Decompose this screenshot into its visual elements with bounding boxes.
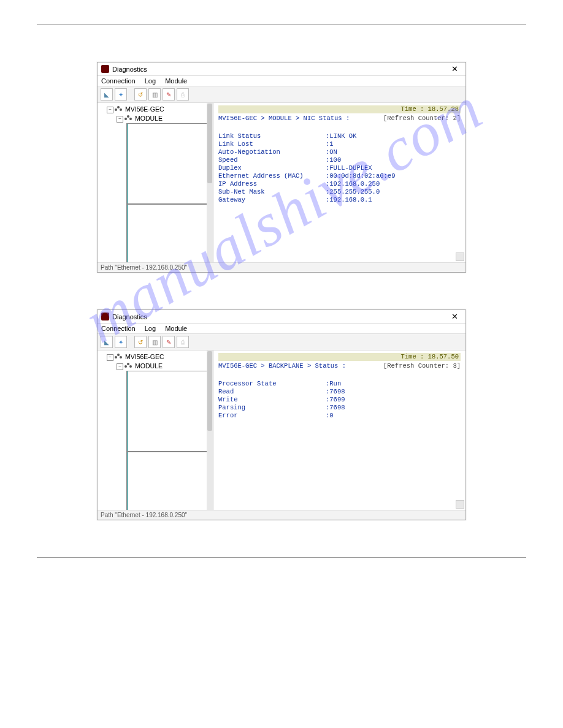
toolbar-btn-4[interactable]: ▥: [148, 88, 161, 100]
toolbar-btn-6[interactable]: ⎙: [177, 336, 189, 348]
toolbar: ◣ ✦ ↺ ▥ ✎ ⎙: [98, 333, 465, 351]
toolbar-btn-6[interactable]: ⎙: [177, 88, 189, 100]
kv-label: Gateway: [218, 196, 326, 204]
kv-label: Link Lost: [218, 140, 326, 148]
expander-icon[interactable]: −: [107, 354, 113, 361]
kv-label: Ethernet Address (MAC): [218, 172, 326, 180]
menu-module[interactable]: Module: [165, 325, 187, 332]
node-icon: [124, 363, 133, 370]
kv-value: 7699: [326, 396, 345, 404]
kv-value: 00:0d:8d:02:a6:e9: [326, 172, 395, 180]
window-title: Diagnostics: [112, 66, 147, 73]
toolbar-btn-5[interactable]: ✎: [163, 88, 175, 100]
toolbar-btn-3[interactable]: ↺: [134, 88, 147, 100]
node-icon: [115, 354, 123, 360]
node-icon: [115, 107, 123, 113]
tree-scrollbar[interactable]: [207, 103, 213, 262]
app-icon: [101, 65, 109, 73]
kv-label: Write: [218, 396, 326, 404]
toolbar-btn-2[interactable]: ✦: [115, 88, 127, 100]
refresh-counter: [Refresh Counter: 3]: [383, 362, 461, 376]
scroll-corner[interactable]: [456, 500, 464, 509]
tree-panel[interactable]: −MVI56E-GEC −MODULE Version Config NIC S…: [98, 351, 213, 510]
kv-label: Speed: [218, 156, 326, 164]
menu-connection[interactable]: Connection: [101, 77, 136, 85]
kv-value: LINK OK: [326, 132, 356, 140]
close-icon[interactable]: ✕: [448, 64, 462, 74]
toolbar-btn-1[interactable]: ◣: [101, 336, 113, 348]
time-display: Time : 18.57.28: [218, 105, 461, 113]
titlebar[interactable]: Diagnostics ✕: [98, 310, 465, 324]
breadcrumb: MVI56E-GEC > MODULE > NIC Status :: [218, 115, 383, 123]
toolbar-btn-3[interactable]: ↺: [134, 336, 147, 348]
tree-root[interactable]: MVI56E-GEC: [125, 353, 164, 360]
menu-log[interactable]: Log: [145, 325, 156, 332]
kv-label: Parsing: [218, 404, 326, 412]
time-display: Time : 18.57.50: [218, 353, 461, 361]
page-icon: [126, 371, 209, 452]
kv-label: Link Status: [218, 132, 326, 140]
node-icon: [124, 116, 133, 122]
toolbar-btn-2[interactable]: ✦: [115, 336, 127, 348]
expander-icon[interactable]: −: [107, 107, 113, 113]
menubar: Connection Log Module: [98, 324, 465, 333]
menubar: Connection Log Module: [98, 76, 465, 86]
kv-label: Error: [218, 412, 326, 420]
kv-value: 192.168.0.250: [326, 180, 380, 188]
kv-label: Duplex: [218, 164, 326, 172]
refresh-counter: [Refresh Counter: 2]: [383, 115, 461, 129]
toolbar: ◣ ✦ ↺ ▥ ✎ ⎙: [98, 86, 465, 103]
menu-log[interactable]: Log: [145, 77, 156, 85]
kv-label: Read: [218, 388, 326, 396]
tree-panel[interactable]: −MVI56E-GEC −MODULE Version Config NIC S…: [98, 103, 213, 262]
close-icon[interactable]: ✕: [448, 312, 462, 321]
scroll-corner[interactable]: [456, 252, 464, 261]
titlebar[interactable]: Diagnostics ✕: [98, 63, 465, 76]
kv-value: ON: [326, 148, 337, 156]
diagnostics-window-1: Diagnostics ✕ Connection Log Module ◣ ✦ …: [97, 62, 466, 273]
kv-value: 192.168.0.1: [326, 196, 372, 204]
app-icon: [101, 313, 109, 320]
kv-value: 7698: [326, 388, 345, 396]
window-title: Diagnostics: [112, 313, 147, 320]
menu-connection[interactable]: Connection: [101, 325, 136, 332]
kv-label: Processor State: [218, 380, 326, 388]
breadcrumb: MVI56E-GEC > BACKPLANE > Status :: [218, 362, 383, 370]
kv-value: 1: [326, 140, 334, 148]
tree-module[interactable]: MODULE: [135, 115, 163, 122]
toolbar-btn-1[interactable]: ◣: [101, 88, 113, 100]
expander-icon[interactable]: −: [117, 363, 123, 370]
menu-module[interactable]: Module: [165, 77, 187, 85]
diagnostics-window-2: Diagnostics ✕ Connection Log Module ◣ ✦ …: [97, 309, 466, 520]
toolbar-btn-4[interactable]: ▥: [148, 336, 161, 348]
page-icon: [126, 452, 209, 510]
kv-label: Sub-Net Mask: [218, 188, 326, 196]
toolbar-btn-5[interactable]: ✎: [163, 336, 175, 348]
page-icon: [126, 123, 209, 204]
tree-root[interactable]: MVI56E-GEC: [125, 105, 164, 113]
status-bar: Path "Ethernet - 192.168.0.250": [98, 262, 465, 272]
expander-icon[interactable]: −: [117, 116, 123, 123]
kv-value: 255.255.255.0: [326, 188, 380, 196]
kv-label: IP Address: [218, 180, 326, 188]
kv-label: Auto-Negotiation: [218, 148, 326, 156]
content-panel: Time : 18.57.28 MVI56E-GEC > MODULE > NI…: [213, 103, 465, 262]
kv-value: 0: [326, 412, 334, 420]
kv-value: 100: [326, 156, 341, 164]
kv-value: 7698: [326, 404, 345, 412]
page-icon: [126, 204, 209, 262]
tree-module[interactable]: MODULE: [135, 362, 163, 370]
kv-value: FULL-DUPLEX: [326, 164, 372, 172]
content-panel: Time : 18.57.50 MVI56E-GEC > BACKPLANE >…: [213, 351, 465, 510]
status-bar: Path "Ethernet - 192.168.0.250": [98, 510, 465, 520]
tree-scrollbar[interactable]: [207, 351, 213, 510]
kv-value: Run: [326, 380, 341, 388]
